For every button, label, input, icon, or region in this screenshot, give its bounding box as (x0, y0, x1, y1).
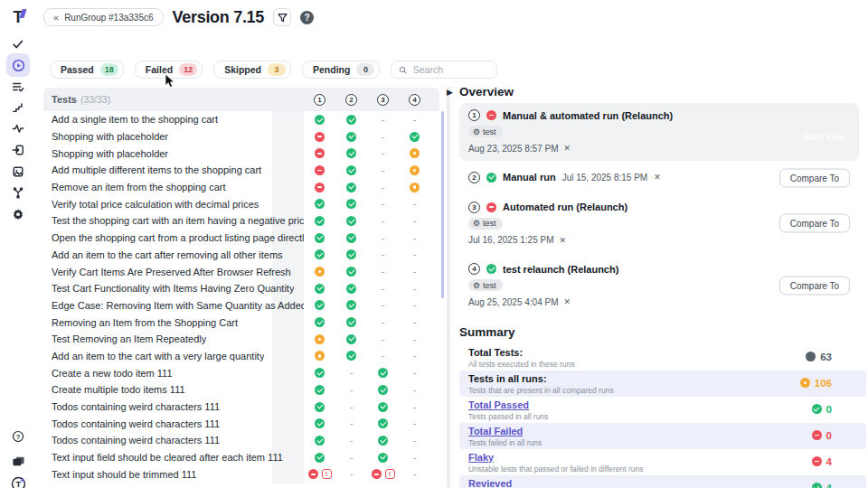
remove-run-icon[interactable]: ✕ (564, 297, 571, 306)
left-sidebar: T?T (0, 0, 36, 488)
compare-to-button[interactable]: Compare To (779, 168, 850, 187)
summary-label[interactable]: Flaky (468, 452, 857, 463)
test-row[interactable]: Verify Cart Items Are Preserved After Br… (43, 263, 439, 280)
sidebar-item-settings[interactable] (6, 202, 30, 226)
filter-chip-failed[interactable]: Failed12 (135, 61, 203, 79)
test-status-cell (304, 249, 335, 259)
status-none-dash: - (382, 148, 385, 158)
test-row[interactable]: Test the shopping cart with an item havi… (43, 212, 439, 230)
summary-label[interactable]: Total Passed (468, 399, 857, 410)
sidebar-item-help[interactable]: ? (6, 425, 30, 448)
rungroup-back-button[interactable]: « RunGroup #13a335c6 (43, 8, 164, 26)
filter-chip-skipped[interactable]: Skipped3 (213, 61, 291, 79)
sidebar-item-branches[interactable] (6, 181, 30, 204)
sidebar-item-docs[interactable] (6, 449, 30, 473)
app-logo[interactable]: T (6, 5, 30, 29)
run-column-header-2[interactable]: 2 (335, 94, 367, 106)
test-row[interactable]: Text input field should be cleared after… (43, 449, 439, 466)
status-none-dash: - (413, 115, 417, 125)
filter-chip-count: 3 (268, 63, 286, 76)
run-tag-chip[interactable]: ⚙test (468, 218, 503, 230)
test-row[interactable]: Text input should be trimmed 111!-!- (43, 465, 439, 483)
search-input[interactable] (413, 64, 490, 75)
test-row[interactable]: Todos containing weird characters 111-- (43, 415, 439, 432)
test-name: Add an item to the cart with a very larg… (52, 351, 264, 361)
sidebar-item-profile[interactable]: T (6, 472, 30, 488)
top-bar: « RunGroup #13a335c6 Version 7.15 ? (43, 5, 314, 29)
scrollbar-thumb[interactable] (441, 111, 444, 298)
test-status-cell: - (367, 284, 399, 294)
summary-count: 4 (826, 483, 832, 488)
run-item-2[interactable]: 2Manual runJul 15, 2025 8:15 PM✕Compare … (459, 165, 859, 191)
status-none-dash: - (382, 284, 385, 294)
sidebar-item-analytics[interactable] (6, 117, 30, 140)
summary-value: 106 (800, 378, 832, 389)
status-none-dash: - (350, 436, 354, 446)
test-row[interactable]: Remove an item from the shopping cart- (43, 179, 439, 196)
status-passed-icon (346, 199, 356, 209)
filter-button[interactable] (273, 8, 291, 26)
summary-label[interactable]: Revieved (468, 478, 857, 488)
panel-divider[interactable] (447, 87, 450, 488)
summary-count: 63 (820, 352, 832, 362)
status-failed-icon (315, 165, 325, 175)
remove-run-icon[interactable]: ✕ (560, 236, 567, 245)
status-failed-icon (308, 469, 318, 479)
run-column-header-1[interactable]: 1 (304, 94, 335, 106)
test-status-cell: - (367, 300, 399, 310)
test-status-cell: - (335, 385, 367, 395)
test-row[interactable]: Shopping with placeholder- (43, 128, 439, 145)
run-item-4[interactable]: 4test relaunch (Relaunch)⚙testAug 25, 20… (459, 257, 859, 314)
test-name: Remove an item from the shopping cart (52, 182, 226, 192)
test-status-cell: - (399, 317, 430, 327)
test-row[interactable]: Create multiple todo items 111-- (43, 381, 439, 399)
failure-comment-icon[interactable]: ! (385, 469, 395, 479)
run-column-header-4[interactable]: 4 (399, 94, 430, 106)
test-name: Todos containing weird characters 111 (52, 435, 220, 446)
test-row[interactable]: Removing an Item from the Shopping Cart-… (43, 314, 439, 331)
test-row[interactable]: Edge Case: Removing Item with Same Quant… (43, 297, 439, 314)
test-row[interactable]: Todos containing weird characters 111-- (43, 432, 439, 449)
test-row[interactable]: Add a single item to the shopping cart-- (43, 111, 439, 128)
sidebar-item-import[interactable] (6, 138, 30, 162)
collapse-overview-icon[interactable]: ▶ (447, 88, 453, 97)
status-none-dash: - (350, 453, 354, 463)
test-name: Add a single item to the shopping cart (52, 114, 218, 125)
test-row[interactable]: Add an item to the cart with a very larg… (43, 348, 439, 365)
gear-icon (12, 208, 24, 221)
sidebar-item-runs[interactable] (6, 53, 30, 77)
failure-comment-icon[interactable]: ! (322, 469, 332, 479)
test-row[interactable]: Create a new todo item 111-- (43, 364, 439, 381)
filter-chip-pending[interactable]: Pending0 (302, 61, 380, 79)
remove-run-icon[interactable]: ✕ (654, 173, 661, 182)
compare-to-button[interactable]: Compare To (779, 276, 850, 295)
summary-row: FlakyUnstable tests that passed or faile… (459, 449, 866, 475)
test-row[interactable]: Shopping with placeholder- (43, 145, 439, 162)
test-row[interactable]: Add an item to the cart after removing a… (43, 247, 439, 264)
test-row[interactable]: Add multiple different items to the shop… (43, 162, 439, 179)
test-status-cell (335, 284, 367, 294)
test-row[interactable]: Verify total price calculation with deci… (43, 195, 439, 212)
summary-value: 0 (812, 430, 832, 441)
compare-to-button[interactable]: Compare To (779, 214, 850, 233)
run-tag-chip[interactable]: ⚙test (468, 279, 503, 291)
test-row[interactable]: Test Removing an Item Repeatedly-- (43, 331, 439, 348)
test-status-cell (304, 199, 335, 209)
test-row[interactable]: Open the shopping cart from a product li… (43, 230, 439, 247)
status-passed-icon (315, 385, 325, 395)
run-item-1[interactable]: 1Manual & automated run (Relaunch)⚙testA… (459, 103, 859, 161)
test-name: Test the shopping cart with an item havi… (52, 215, 304, 226)
status-none-dash: - (413, 351, 417, 361)
run-item-3[interactable]: 3Automated run (Relaunch)⚙testJul 16, 20… (459, 195, 859, 253)
remove-run-icon[interactable]: ✕ (564, 144, 571, 153)
summary-label[interactable]: Total Failed (468, 426, 857, 436)
run-column-header-3[interactable]: 3 (367, 94, 399, 106)
help-icon[interactable]: ? (300, 11, 314, 24)
filter-chip-passed[interactable]: Passed18 (50, 61, 124, 79)
status-none-dash: - (382, 132, 385, 142)
run-tag-chip[interactable]: ⚙test (468, 126, 503, 137)
test-row[interactable]: Test Cart Functionality with Items Havin… (43, 280, 439, 297)
status-none-dash: - (382, 334, 385, 344)
test-row[interactable]: Todos containing weird characters 111-- (43, 399, 439, 416)
run-number-icon: 1 (314, 94, 326, 106)
